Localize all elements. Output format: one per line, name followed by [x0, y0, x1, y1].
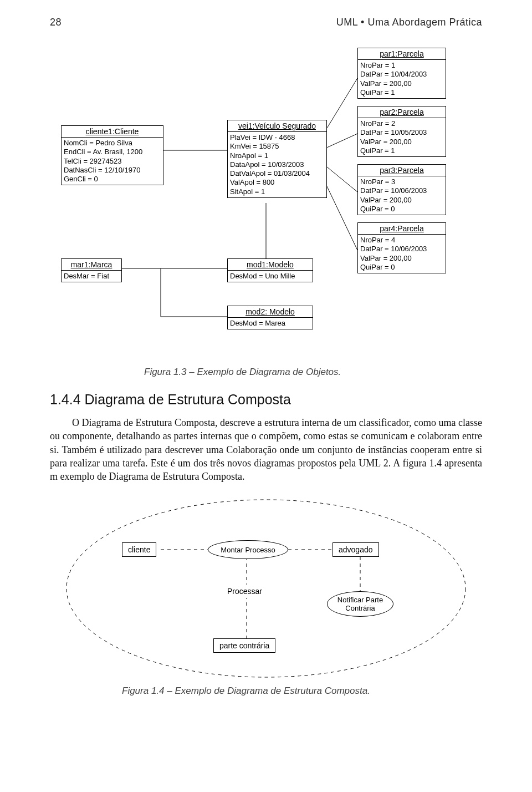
- page-number: 28: [50, 17, 62, 28]
- mar1-box: mar1:Marca DesMar = Fiat: [61, 258, 122, 282]
- par4-box: par4:Parcela NroPar = 4 DatPar = 10/06/2…: [357, 222, 446, 273]
- svg-line-4: [327, 186, 357, 250]
- section-paragraph: O Diagrama de Estrutura Composta, descre…: [50, 416, 482, 483]
- parte-contraria-role: parte contrária: [213, 638, 275, 653]
- composite-structure-diagram: cliente Montar Processo advogado Process…: [50, 497, 482, 680]
- par3-box: par3:Parcela NroPar = 3 DatPar = 10/06/2…: [357, 164, 446, 215]
- figure-1-4-caption: Figura 1.4 – Exemplo de Diagrama de Estr…: [122, 686, 482, 697]
- svg-line-2: [327, 134, 357, 148]
- cliente-role: cliente: [122, 542, 156, 557]
- cliente-title: cliente1:Cliente: [62, 126, 163, 138]
- page-header: 28 UML • Uma Abordagem Prática: [50, 17, 482, 28]
- cliente-box: cliente1:Cliente NomCli = Pedro Silva En…: [61, 125, 163, 185]
- section-heading: 1.4.4 Diagrama de Estrutura Composta: [50, 392, 482, 408]
- svg-line-1: [327, 78, 357, 128]
- advogado-role: advogado: [332, 542, 379, 557]
- object-diagram: cliente1:Cliente NomCli = Pedro Silva En…: [50, 39, 482, 361]
- mod2-box: mod2: Modelo DesMod = Marea: [227, 306, 313, 329]
- svg-line-3: [327, 167, 357, 192]
- figure-1-3-caption: Figura 1.3 – Exemplo de Diagrama de Obje…: [144, 367, 482, 378]
- par1-box: par1:Parcela NroPar = 1 DatPar = 10/04/2…: [357, 48, 446, 99]
- cliente-body: NomCli = Pedro Silva EndCli = Av. Brasil…: [62, 138, 163, 185]
- mod1-box: mod1:Modelo DesMod = Uno Mille: [227, 258, 313, 282]
- veiculo-box: vei1:Veículo Segurado PlaVei = IDW - 466…: [227, 120, 327, 198]
- par2-box: par2:Parcela NroPar = 2 DatPar = 10/05/2…: [357, 106, 446, 157]
- processar-label: Processar: [222, 585, 268, 598]
- veiculo-title: vei1:Veículo Segurado: [228, 120, 326, 132]
- veiculo-body: PlaVei = IDW - 4668 KmVei = 15875 NroApo…: [228, 132, 326, 197]
- header-title: UML • Uma Abordagem Prática: [336, 17, 482, 28]
